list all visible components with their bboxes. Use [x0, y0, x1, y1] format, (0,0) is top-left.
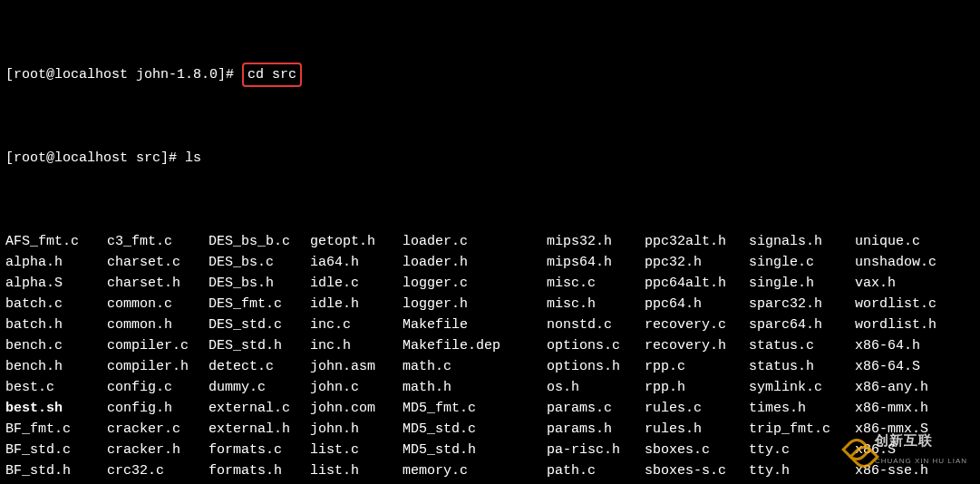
ls-file: params.c: [547, 398, 645, 419]
ls-row: AFS_fmt.cc3_fmt.cDES_bs_b.cgetopt.hloade…: [5, 231, 975, 252]
highlight-cd-src: cd src: [242, 63, 302, 87]
ls-file: signals.h: [749, 231, 855, 252]
ls-file: bench.h: [5, 356, 107, 377]
ls-file: charset.h: [107, 273, 209, 294]
ls-file: john.com: [310, 398, 403, 419]
command-text: cd src: [247, 67, 296, 82]
watermark-text: 创新互联: [875, 432, 933, 448]
ls-file: DES_std.c: [209, 315, 310, 335]
ls-file: status.h: [749, 356, 855, 377]
ls-file: DES_fmt.c: [209, 294, 310, 315]
watermark-subtext: CHUANG XIN HU LIAN: [875, 450, 967, 471]
ls-file: config.h: [107, 398, 209, 419]
ls-file: math.c: [403, 356, 547, 377]
ls-file: x86-64.h: [855, 335, 955, 356]
ls-file: best.c: [5, 377, 107, 398]
ls-file: rpp.h: [645, 377, 749, 398]
terminal-output: [root@localhost john-1.8.0]# cd src [roo…: [0, 0, 980, 484]
ls-file: tty.h: [749, 460, 855, 481]
ls-file: sboxes-s.c: [645, 460, 749, 481]
ls-file: charset.c: [107, 252, 209, 273]
ls-file: ia64.h: [310, 252, 403, 273]
ls-file: rules.h: [645, 419, 749, 440]
ls-file: batch.c: [5, 294, 107, 315]
ls-file: Makefile: [403, 315, 547, 335]
ls-file: wordlist.c: [855, 294, 955, 315]
ls-file: params.h: [547, 419, 645, 440]
ls-file: dummy.c: [209, 377, 310, 398]
ls-file: compiler.c: [107, 335, 209, 356]
ls-file: alpha.h: [5, 252, 107, 273]
ls-file: external.h: [209, 419, 310, 440]
ls-file: MD5_fmt.c: [403, 398, 547, 419]
ls-file: DES_bs_b.c: [209, 231, 310, 252]
ls-file: loader.c: [403, 231, 547, 252]
ls-file: cracker.c: [107, 419, 209, 440]
prompt-line-cd[interactable]: [root@localhost john-1.8.0]# cd src: [5, 64, 975, 85]
ls-file: recovery.h: [645, 335, 749, 356]
ls-file: idle.c: [310, 273, 403, 294]
ls-row: BF_std.ccracker.hformats.clist.cMD5_std.…: [5, 440, 975, 460]
ls-row: batch.hcommon.hDES_std.cinc.cMakefilenon…: [5, 315, 975, 335]
prompt-prefix: [root@localhost john-1.8.0]#: [5, 67, 242, 82]
ls-file: math.h: [403, 377, 547, 398]
ls-file: list.h: [310, 460, 403, 481]
ls-file: ppc64alt.h: [645, 273, 749, 294]
watermark-logo-icon: [846, 439, 869, 462]
ls-row: batch.ccommon.cDES_fmt.cidle.hlogger.hmi…: [5, 294, 975, 315]
prompt-prefix: [root@localhost src]#: [5, 150, 185, 166]
ls-file: tty.c: [749, 440, 855, 460]
ls-file: best.sh: [5, 398, 107, 419]
prompt-line-ls[interactable]: [root@localhost src]# ls: [5, 148, 975, 169]
ls-file: alpha.S: [5, 273, 107, 294]
command-text: ls: [185, 150, 201, 166]
ls-row: best.shconfig.hexternal.cjohn.comMD5_fmt…: [5, 398, 975, 419]
ls-file: memory.c: [403, 460, 547, 481]
ls-file: unique.c: [855, 231, 955, 252]
ls-file: logger.h: [403, 294, 547, 315]
ls-file: times.h: [749, 398, 855, 419]
ls-file: detect.c: [209, 356, 310, 377]
ls-file: unshadow.c: [855, 252, 955, 273]
ls-file: crc32.c: [107, 460, 209, 481]
ls-row: BF_fmt.ccracker.cexternal.hjohn.hMD5_std…: [5, 419, 975, 440]
ls-file: single.c: [749, 252, 855, 273]
ls-file: mips64.h: [547, 252, 645, 273]
ls-file: batch.h: [5, 315, 107, 335]
ls-file: getopt.h: [310, 231, 403, 252]
ls-file: vax.h: [855, 273, 955, 294]
ls-listing: AFS_fmt.cc3_fmt.cDES_bs_b.cgetopt.hloade…: [5, 231, 975, 484]
ls-file: john.c: [310, 377, 403, 398]
ls-file: x86-64.S: [855, 356, 955, 377]
ls-file: x86-any.h: [855, 377, 955, 398]
ls-file: single.h: [749, 273, 855, 294]
ls-file: ppc32.h: [645, 252, 749, 273]
ls-file: loader.h: [403, 252, 547, 273]
ls-file: c3_fmt.c: [107, 231, 209, 252]
watermark: 创新互联 CHUANG XIN HU LIAN: [846, 430, 967, 471]
ls-file: formats.c: [209, 440, 310, 460]
ls-file: sboxes.c: [645, 440, 749, 460]
ls-file: common.c: [107, 294, 209, 315]
ls-file: wordlist.h: [855, 315, 955, 335]
ls-file: formats.h: [209, 460, 310, 481]
ls-file: options.h: [547, 356, 645, 377]
ls-file: bench.c: [5, 335, 107, 356]
ls-file: cracker.h: [107, 440, 209, 460]
ls-file: Makefile.dep: [403, 335, 547, 356]
ls-file: options.c: [547, 335, 645, 356]
ls-file: path.c: [547, 460, 645, 481]
ls-file: idle.h: [310, 294, 403, 315]
ls-file: symlink.c: [749, 377, 855, 398]
ls-file: mips32.h: [547, 231, 645, 252]
ls-row: alpha.hcharset.cDES_bs.cia64.hloader.hmi…: [5, 252, 975, 273]
ls-file: inc.c: [310, 315, 403, 335]
ls-file: inc.h: [310, 335, 403, 356]
ls-file: rules.c: [645, 398, 749, 419]
ls-file: trip_fmt.c: [749, 419, 855, 440]
ls-file: BF_fmt.c: [5, 419, 107, 440]
ls-file: status.c: [749, 335, 855, 356]
ls-file: os.h: [547, 377, 645, 398]
ls-file: nonstd.c: [547, 315, 645, 335]
ls-file: MD5_std.c: [403, 419, 547, 440]
